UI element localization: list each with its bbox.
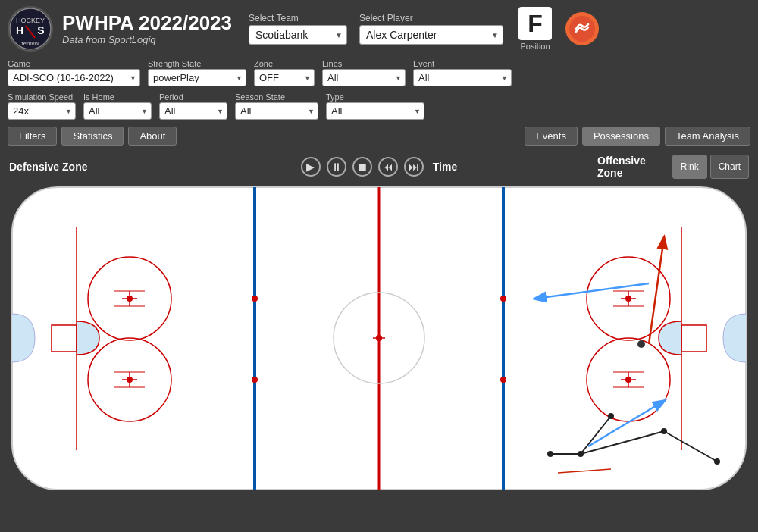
home-dropdown-wrapper: All bbox=[83, 102, 152, 120]
top-selectors: Select Team Scotiabank Select Player Ale… bbox=[249, 13, 503, 45]
team-dropdown-wrapper: Scotiabank bbox=[249, 25, 347, 45]
period-filter-label: Period bbox=[159, 92, 227, 102]
stop-button[interactable]: ⏹ bbox=[352, 157, 372, 177]
rink-view-button[interactable]: Rink bbox=[672, 155, 707, 179]
zone-dropdown[interactable]: OFF bbox=[254, 69, 315, 86]
app-logo: HOCKEY H S femvol bbox=[8, 6, 53, 52]
strength-dropdown[interactable]: powerPlay bbox=[148, 69, 246, 86]
time-label: Time bbox=[433, 161, 457, 173]
team-dropdown[interactable]: Scotiabank bbox=[249, 25, 347, 45]
svg-point-31 bbox=[252, 296, 258, 302]
svg-point-57 bbox=[714, 458, 720, 465]
offensive-zone-label: Offensive Zone bbox=[597, 155, 654, 179]
team-selector-group: Select Team Scotiabank bbox=[249, 13, 347, 45]
svg-text:femvol: femvol bbox=[21, 40, 39, 47]
rink-svg bbox=[5, 181, 753, 499]
svg-point-34 bbox=[500, 377, 506, 383]
player-dropdown[interactable]: Alex Carpenter bbox=[359, 25, 503, 45]
home-filter-group: Is Home All bbox=[83, 92, 152, 120]
player-selector-label: Select Player bbox=[359, 13, 503, 23]
team-analysis-button[interactable]: Team Analysis bbox=[665, 127, 750, 146]
season-filter-label: Season State bbox=[235, 92, 318, 102]
event-dropdown-wrapper: All bbox=[413, 69, 512, 86]
svg-point-48 bbox=[637, 340, 645, 348]
type-dropdown-wrapper: All bbox=[326, 102, 424, 120]
sportlogiq-logo bbox=[565, 12, 599, 45]
speed-filter-group: Simulation Speed 24x bbox=[8, 92, 76, 120]
speed-filter-label: Simulation Speed bbox=[8, 92, 76, 102]
speed-dropdown[interactable]: 24x bbox=[8, 102, 76, 120]
team-selector-label: Select Team bbox=[249, 13, 347, 23]
zone-dropdown-wrapper: OFF bbox=[254, 69, 315, 86]
about-button[interactable]: About bbox=[128, 127, 177, 146]
svg-point-55 bbox=[578, 451, 584, 457]
game-filter-label: Game bbox=[8, 59, 140, 68]
app-title: PWHPA 2022/2023 bbox=[62, 12, 232, 34]
position-badge: F Position bbox=[518, 7, 552, 51]
svg-text:HOCKEY: HOCKEY bbox=[16, 17, 45, 24]
lines-filter-group: Lines All bbox=[322, 59, 406, 86]
season-dropdown[interactable]: All bbox=[235, 102, 318, 120]
position-letter: F bbox=[518, 7, 552, 40]
home-filter-label: Is Home bbox=[83, 92, 152, 102]
statistics-button[interactable]: Statistics bbox=[61, 127, 124, 146]
next-button[interactable]: ⏭ bbox=[404, 157, 424, 177]
zone-filter-group: Zone OFF bbox=[254, 59, 315, 86]
events-button[interactable]: Events bbox=[525, 127, 578, 146]
svg-point-33 bbox=[500, 296, 506, 302]
svg-point-58 bbox=[608, 413, 614, 419]
defensive-zone-label: Defensive Zone bbox=[9, 161, 161, 173]
type-filter-label: Type bbox=[326, 92, 424, 102]
prev-button[interactable]: ⏮ bbox=[378, 157, 398, 177]
simulation-row: Simulation Speed 24x Is Home All Period … bbox=[0, 89, 758, 123]
zone-filter-label: Zone bbox=[254, 59, 315, 68]
season-dropdown-wrapper: All bbox=[235, 102, 318, 120]
svg-point-32 bbox=[252, 377, 258, 383]
right-rink-area: Offensive Zone Rink Chart bbox=[597, 155, 749, 179]
chart-view-button[interactable]: Chart bbox=[710, 155, 749, 179]
position-label: Position bbox=[520, 42, 550, 51]
event-filter-label: Event bbox=[413, 59, 512, 68]
pause-button[interactable]: ⏸ bbox=[327, 157, 346, 177]
app-subtitle: Data from SportLogiq bbox=[62, 34, 232, 45]
filters-button[interactable]: Filters bbox=[8, 127, 57, 146]
filters-row: Game ADI-SCO (10-16-2022) Strength State… bbox=[0, 56, 758, 89]
strength-filter-label: Strength State bbox=[148, 59, 246, 68]
period-dropdown-wrapper: All bbox=[159, 102, 227, 120]
svg-point-56 bbox=[661, 428, 667, 434]
event-filter-group: Event All bbox=[413, 59, 512, 86]
title-block: PWHPA 2022/2023 Data from SportLogiq bbox=[62, 12, 232, 45]
game-dropdown[interactable]: ADI-SCO (10-16-2022) bbox=[8, 69, 140, 86]
season-filter-group: Season State All bbox=[235, 92, 318, 120]
game-filter-group: Game ADI-SCO (10-16-2022) bbox=[8, 59, 140, 86]
lines-dropdown-wrapper: All bbox=[322, 69, 406, 86]
right-toolbar-buttons: Events Possessions Team Analysis bbox=[525, 127, 750, 146]
header: HOCKEY H S femvol PWHPA 2022/2023 Data f… bbox=[0, 0, 758, 56]
svg-point-54 bbox=[547, 451, 553, 457]
game-dropdown-wrapper: ADI-SCO (10-16-2022) bbox=[8, 69, 140, 86]
play-button[interactable]: ▶ bbox=[301, 157, 321, 177]
lines-dropdown[interactable]: All bbox=[322, 69, 406, 86]
speed-dropdown-wrapper: 24x bbox=[8, 102, 76, 120]
strength-dropdown-wrapper: powerPlay bbox=[148, 69, 246, 86]
type-dropdown[interactable]: All bbox=[326, 102, 424, 120]
event-dropdown[interactable]: All bbox=[413, 69, 512, 86]
player-selector-group: Select Player Alex Carpenter bbox=[359, 13, 503, 45]
home-dropdown[interactable]: All bbox=[83, 102, 152, 120]
possessions-button[interactable]: Possessions bbox=[582, 127, 660, 146]
type-filter-group: Type All bbox=[326, 92, 424, 120]
rink-container: Defensive Zone ▶ ⏸ ⏹ ⏮ ⏭ Time Offensive … bbox=[0, 149, 758, 502]
svg-text:H: H bbox=[16, 24, 23, 36]
playback-controls: ▶ ⏸ ⏹ ⏮ ⏭ Time bbox=[161, 157, 597, 177]
svg-text:S: S bbox=[37, 24, 44, 36]
period-dropdown[interactable]: All bbox=[159, 102, 227, 120]
toolbar: Filters Statistics About Events Possessi… bbox=[0, 123, 758, 149]
player-dropdown-wrapper: Alex Carpenter bbox=[359, 25, 503, 45]
period-filter-group: Period All bbox=[159, 92, 227, 120]
lines-filter-label: Lines bbox=[322, 59, 406, 68]
strength-filter-group: Strength State powerPlay bbox=[148, 59, 246, 86]
